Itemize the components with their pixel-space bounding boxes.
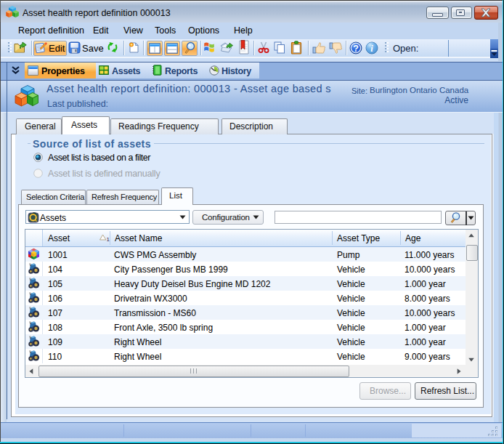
svg-text:i: i [370, 44, 373, 54]
svg-text:?: ? [353, 44, 359, 54]
svg-text:1: 1 [107, 236, 110, 242]
